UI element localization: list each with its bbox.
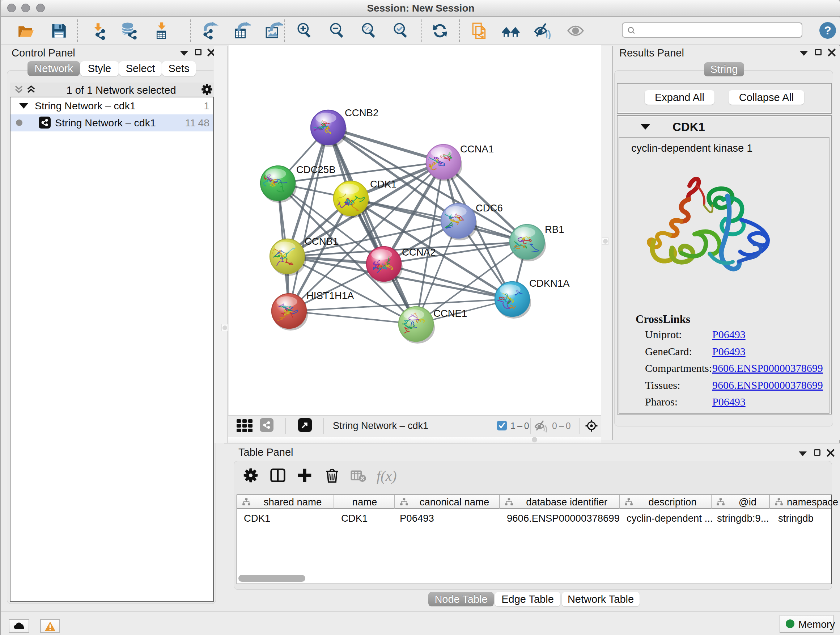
svg-text:CDK1: CDK1	[370, 179, 396, 190]
svg-text:CDKN1A: CDKN1A	[529, 278, 570, 289]
svg-text:HIST1H1A: HIST1H1A	[306, 290, 354, 301]
svg-text:CDC25B: CDC25B	[296, 164, 336, 175]
svg-text:RB1: RB1	[545, 224, 564, 235]
svg-text:CDC6: CDC6	[476, 203, 503, 214]
svg-text:CCNB2: CCNB2	[345, 107, 378, 119]
svg-text:CCNB1: CCNB1	[305, 236, 338, 247]
svg-text:CCNA1: CCNA1	[460, 143, 494, 155]
svg-text:CCNA2: CCNA2	[402, 247, 436, 258]
svg-text:CCNE1: CCNE1	[433, 308, 467, 319]
